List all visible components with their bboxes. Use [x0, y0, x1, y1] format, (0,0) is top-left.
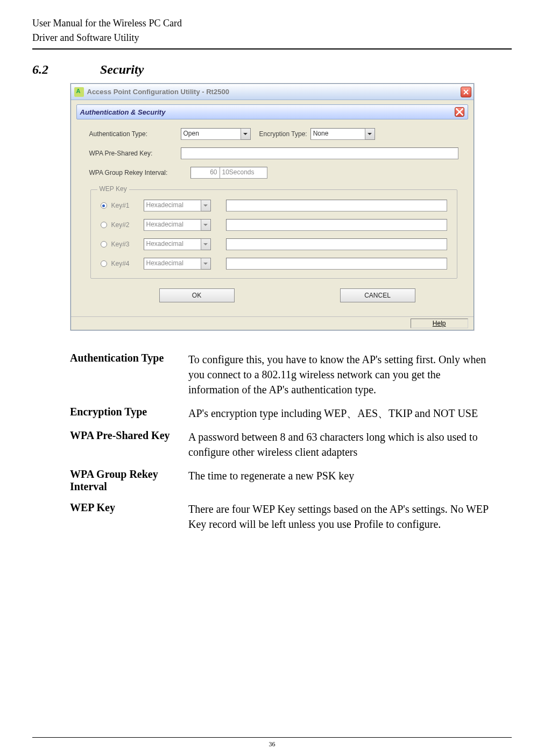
- section-header-title: Authentication & Security: [80, 108, 166, 116]
- wep-key3-dropdown-button[interactable]: [201, 238, 211, 250]
- config-window: Access Point Configuration Utility - Rt2…: [70, 83, 474, 330]
- definition-desc: The time to regenerate a new PSK key: [188, 468, 490, 493]
- definitions-list: Authentication Type To configure this, y…: [70, 352, 490, 532]
- interval-unit: 10Seconds: [220, 167, 267, 179]
- wep-key2-input[interactable]: [226, 219, 447, 231]
- wep-key2-label: Key#2: [111, 221, 144, 229]
- window-close-button[interactable]: [461, 87, 471, 97]
- wep-key2-dropdown-button[interactable]: [201, 219, 211, 231]
- wep-key-group: WEP Key Key#1 Hexadecimal Key#2 Hexadeci…: [90, 189, 457, 279]
- document-header: User Manual for the Wireless PC Card Dri…: [32, 16, 512, 45]
- definition-desc: To configure this, you have to know the …: [188, 352, 490, 397]
- auth-type-label: Authentication Type:: [89, 130, 181, 138]
- wep-key4-radio[interactable]: [101, 260, 107, 267]
- psk-row: WPA Pre-Shared Key:: [89, 147, 458, 159]
- definition-desc: There are four WEP Key settings based on…: [188, 501, 490, 532]
- chevron-down-icon: [368, 132, 372, 136]
- wep-key4-format: Hexadecimal: [144, 258, 201, 270]
- wep-key1-format-combo[interactable]: Hexadecimal: [144, 200, 211, 211]
- auth-type-dropdown-button[interactable]: [241, 128, 251, 140]
- definition-row: WPA Group Rekey Interval The time to reg…: [70, 468, 490, 493]
- wep-key2-format: Hexadecimal: [144, 219, 201, 231]
- section-close-button[interactable]: [455, 107, 464, 117]
- cancel-button[interactable]: CANCEL: [340, 288, 415, 302]
- definition-desc: AP's encryption type including WEP、AES、T…: [188, 406, 490, 421]
- chevron-down-icon: [203, 242, 208, 246]
- definition-row: WEP Key There are four WEP Key settings …: [70, 501, 490, 532]
- dialog-button-row: OK CANCEL: [89, 288, 458, 307]
- psk-label: WPA Pre-Shared Key:: [89, 150, 181, 157]
- wep-key4-dropdown-button[interactable]: [201, 258, 211, 270]
- auth-type-row: Authentication Type: Open Encryption Typ…: [89, 128, 458, 140]
- enc-type-combo[interactable]: None: [310, 128, 375, 140]
- wep-key3-radio[interactable]: [101, 241, 107, 248]
- definition-row: WPA Pre-Shared Key A password between 8 …: [70, 429, 490, 460]
- ok-button[interactable]: OK: [159, 288, 235, 302]
- interval-row: WPA Group Rekey Interval: 60 10Seconds: [89, 167, 458, 179]
- wep-key2-format-combo[interactable]: Hexadecimal: [144, 219, 211, 231]
- footer-rule: [32, 737, 512, 738]
- header-line-2: Driver and Software Utility: [32, 31, 512, 45]
- psk-input[interactable]: [181, 147, 458, 159]
- section-header-bar: Authentication & Security: [76, 104, 468, 119]
- section-title: Security: [100, 62, 144, 76]
- header-rule: [32, 48, 512, 50]
- wep-key1-dropdown-button[interactable]: [201, 200, 211, 211]
- chevron-down-icon: [203, 203, 208, 208]
- wep-key3-format: Hexadecimal: [144, 238, 201, 250]
- wep-key-row-4: Key#4 Hexadecimal: [101, 258, 447, 270]
- wep-key1-label: Key#1: [111, 202, 144, 209]
- wep-key4-label: Key#4: [111, 260, 144, 267]
- page-number: 36: [0, 740, 544, 748]
- wep-key4-input[interactable]: [226, 258, 447, 270]
- enc-type-label: Encryption Type:: [259, 130, 307, 138]
- wep-legend: WEP Key: [97, 185, 129, 193]
- section-number: 6.2: [32, 62, 97, 77]
- window-titlebar[interactable]: Access Point Configuration Utility - Rt2…: [71, 84, 474, 100]
- definition-row: Encryption Type AP's encryption type inc…: [70, 406, 490, 421]
- wep-key4-format-combo[interactable]: Hexadecimal: [144, 258, 211, 270]
- auth-type-value: Open: [181, 128, 241, 140]
- definition-term: WPA Pre-Shared Key: [70, 429, 188, 460]
- close-icon: [463, 89, 469, 95]
- definition-term: Encryption Type: [70, 406, 188, 421]
- wep-key2-radio[interactable]: [101, 222, 107, 228]
- section-heading: 6.2 Security: [32, 62, 512, 77]
- definition-term: WPA Group Rekey Interval: [70, 468, 188, 493]
- auth-form: Authentication Type: Open Encryption Typ…: [76, 126, 468, 311]
- wep-key1-format: Hexadecimal: [144, 200, 201, 211]
- dialog-body: Authentication & Security Authentication…: [71, 100, 474, 316]
- wep-key1-input[interactable]: [226, 200, 447, 211]
- auth-type-combo[interactable]: Open: [181, 128, 251, 140]
- wep-key-row-2: Key#2 Hexadecimal: [101, 219, 447, 231]
- app-icon: [74, 87, 84, 97]
- wep-key3-format-combo[interactable]: Hexadecimal: [144, 238, 211, 250]
- wep-key3-label: Key#3: [111, 241, 144, 248]
- enc-type-dropdown-button[interactable]: [365, 128, 375, 140]
- window-statusbar: Help: [71, 316, 474, 330]
- definition-term: Authentication Type: [70, 352, 188, 397]
- header-line-1: User Manual for the Wireless PC Card: [32, 16, 512, 31]
- wep-key-row-3: Key#3 Hexadecimal: [101, 238, 447, 250]
- close-icon: [455, 108, 464, 116]
- window-title: Access Point Configuration Utility - Rt2…: [87, 88, 461, 96]
- wep-key3-input[interactable]: [226, 238, 447, 250]
- help-link[interactable]: Help: [411, 319, 468, 328]
- chevron-down-icon: [243, 132, 248, 136]
- definition-desc: A password between 8 and 63 characters l…: [188, 429, 490, 460]
- wep-key1-radio[interactable]: [101, 202, 107, 209]
- enc-type-value: None: [310, 128, 365, 140]
- wep-key-row-1: Key#1 Hexadecimal: [101, 200, 447, 211]
- chevron-down-icon: [203, 262, 208, 266]
- definition-term: WEP Key: [70, 501, 188, 532]
- chevron-down-icon: [203, 223, 208, 227]
- interval-value[interactable]: 60: [190, 167, 220, 179]
- definition-row: Authentication Type To configure this, y…: [70, 352, 490, 397]
- interval-label: WPA Group Rekey Interval:: [89, 169, 190, 176]
